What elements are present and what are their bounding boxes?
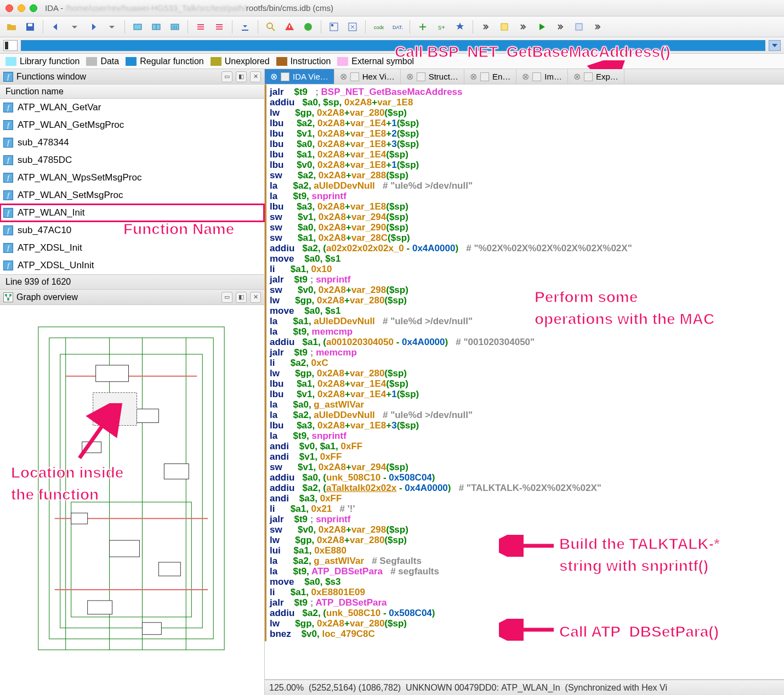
graph-panel-header[interactable]: Graph overview ▭ ◧ ✕ [0, 290, 264, 305]
code-line[interactable]: andi $v0, $a1, 0xFF [270, 441, 784, 451]
tab-close-icon[interactable]: ⊗ [470, 71, 477, 82]
code-line[interactable]: jalr $t9 ; snprintf [270, 274, 784, 285]
tab-close-icon[interactable]: ⊗ [522, 71, 529, 82]
editor-tab[interactable]: ⊗Hex Vi… [334, 69, 401, 84]
code-line[interactable]: sw $v0, 0x2A8+var_298($sp) [270, 524, 784, 535]
code-line[interactable]: la $t9, snprintf [270, 431, 784, 441]
warning-icon[interactable] [282, 20, 297, 34]
run-icon[interactable] [301, 20, 315, 34]
code-line[interactable]: lw $gp, 0x2A8+var_280($sp) [270, 618, 784, 629]
function-row[interactable]: fATP_WLAN_WpsSetMsgProc [0, 169, 264, 187]
function-row[interactable]: fsub_478344 [0, 134, 264, 151]
tab-close-icon[interactable]: ⊗ [573, 71, 581, 82]
layout-icon-2[interactable] [345, 20, 360, 34]
functions-list[interactable]: fATP_WLAN_GetVarfATP_WLAN_GetMsgProcfsub… [0, 99, 264, 274]
graph-panel-close-icon[interactable]: ✕ [250, 292, 261, 303]
code-line[interactable]: addiu $a1, (a001020304050 - 0x4A0000) # … [270, 337, 784, 347]
toolbar-btn-d[interactable] [194, 20, 208, 34]
nav-fwd-menu-button[interactable] [105, 20, 119, 34]
code-line[interactable]: lbu $a3, 0x2A8+var_1E8($sp) [270, 201, 784, 212]
code-line[interactable]: la $a1, aUleDDevNull # "ule%d >/dev/null… [270, 316, 784, 326]
nav-strip[interactable] [21, 40, 765, 51]
code-line[interactable]: lw $gp, 0x2A8+var_280($sp) [270, 295, 784, 306]
code-line[interactable]: la $a0, g_astWlVar [270, 399, 784, 410]
code-line[interactable]: bnez $v0, loc_479C8C [270, 629, 784, 639]
code-line[interactable]: la $t9, memcmp [270, 326, 784, 337]
code-line[interactable]: li $a1, 0x10 [270, 264, 784, 274]
code-line[interactable]: sw $v1, 0x2A8+var_294($sp) [270, 462, 784, 472]
layout-icon-1[interactable] [327, 20, 341, 34]
editor-tabs[interactable]: ⊗IDA Vie…⊗Hex Vi…⊗Struct…⊗En…⊗Im…⊗Exp… [265, 69, 784, 84]
note-icon[interactable] [497, 20, 512, 34]
tab-close-icon[interactable]: ⊗ [340, 71, 347, 82]
code-line[interactable]: sw $v0, 0x2A8+var_298($sp) [270, 285, 784, 295]
function-row[interactable]: fATP_WLAN_SetMsgProc [0, 187, 264, 204]
code-line[interactable]: la $a2, g_astWlVar # Segfaults [270, 556, 784, 566]
function-row[interactable]: fATP_XDSL_Init [0, 239, 264, 257]
code-line[interactable]: sw $a1, 0x2A8+var_28C($sp) [270, 233, 784, 243]
panel-popout-icon[interactable]: ▭ [221, 71, 232, 82]
code-line[interactable]: lui $a1, 0xE880 [270, 545, 784, 556]
code-line[interactable]: jalr $t9 ; snprintf [270, 514, 784, 524]
code-line[interactable]: la $t9, snprintf [270, 191, 784, 201]
star-icon[interactable] [453, 20, 467, 34]
function-row[interactable]: fsub_47AC10 [0, 222, 264, 239]
disassembly-view[interactable]: jalr $t9 ; BSP_NET_GetBaseMacAddressaddi… [265, 84, 784, 680]
code-line[interactable]: lbu $a2, 0x2A8+var_1E4+1($sp) [270, 118, 784, 128]
code-line[interactable]: lbu $v1, 0x2A8+var_1E4+1($sp) [270, 389, 784, 399]
code-line[interactable]: sw $a0, 0x2A8+var_290($sp) [270, 222, 784, 233]
panel-menu-icon[interactable]: ◧ [236, 71, 247, 82]
code-line[interactable]: la $a2, aUleDDevNull # "ule%d >/dev/null… [270, 410, 784, 420]
code-line[interactable]: li $a1, 0xE8801E09 [270, 587, 784, 597]
settings-icon[interactable] [572, 20, 586, 34]
function-row[interactable]: fATP_WLAN_Init [0, 204, 264, 222]
code-icon[interactable]: code [371, 20, 385, 34]
code-line[interactable]: lbu $v1, 0x2A8+var_1E8+2($sp) [270, 128, 784, 139]
functions-column-header[interactable]: Function name [0, 84, 264, 99]
code-line[interactable]: sw $a2, 0x2A8+var_288($sp) [270, 170, 784, 180]
graph-panel-menu-icon[interactable]: ◧ [236, 292, 247, 303]
play-icon[interactable] [535, 20, 549, 34]
function-row[interactable]: fATP_WLAN_GetMsgProc [0, 116, 264, 134]
code-line[interactable]: la $a2, aUleDDevNull # "ule%d >/dev/null… [270, 180, 784, 191]
code-line[interactable]: lbu $a0, 0x2A8+var_1E8+3($sp) [270, 139, 784, 149]
toolbar-btn-a[interactable] [130, 20, 145, 34]
code-line[interactable]: lbu $v0, 0x2A8+var_1E8+1($sp) [270, 160, 784, 170]
code-line[interactable]: lbu $a1, 0x2A8+var_1E4($sp) [270, 149, 784, 160]
function-row[interactable]: fATP_XDSL_UnInit [0, 257, 264, 274]
nav-back-menu-button[interactable] [67, 20, 82, 34]
window-controls[interactable] [5, 4, 37, 12]
editor-tab[interactable]: ⊗Exp… [568, 69, 624, 84]
code-line[interactable]: la $t9, ATP_DBSetPara # segfaults [270, 566, 784, 577]
toolbar-btn-c[interactable]: 01 [168, 20, 182, 34]
save-button[interactable] [23, 20, 37, 34]
plus-icon-1[interactable] [416, 20, 430, 34]
code-line[interactable]: li $a1, 0x21 # '!' [270, 504, 784, 514]
plus-icon-2[interactable]: s+ [434, 20, 448, 34]
nav-back-button[interactable] [49, 20, 63, 34]
code-line[interactable]: lw $gp, 0x2A8+var_280($sp) [270, 368, 784, 378]
minimize-window-icon[interactable] [18, 4, 25, 12]
code-line[interactable]: sw $v1, 0x2A8+var_294($sp) [270, 212, 784, 222]
search-icon[interactable] [264, 20, 278, 34]
function-row[interactable]: fsub_4785DC [0, 151, 264, 169]
code-line[interactable]: li $a2, 0xC [270, 358, 784, 368]
code-line[interactable]: addiu $a2, (a02x02x02x02x_0 - 0x4A0000) … [270, 243, 784, 253]
maximize-window-icon[interactable] [30, 4, 37, 12]
graph-panel-popout-icon[interactable]: ▭ [221, 292, 232, 303]
code-line[interactable]: move $a0, $s1 [270, 306, 784, 316]
panel-close-icon[interactable]: ✕ [250, 71, 261, 82]
code-line[interactable]: jalr $t9 ; BSP_NET_GetBaseMacAddress [270, 87, 784, 97]
editor-tab[interactable]: ⊗Im… [516, 69, 568, 84]
code-line[interactable]: addiu $a0, $sp, 0x2A8+var_1E8 [270, 97, 784, 108]
overflow-1-button[interactable] [479, 20, 493, 34]
code-line[interactable]: move $a0, $s3 [270, 577, 784, 587]
code-line[interactable]: jalr $t9 ; memcmp [270, 347, 784, 358]
code-line[interactable]: jalr $t9 ; ATP_DBSetPara [270, 597, 784, 608]
editor-tab[interactable]: ⊗IDA Vie… [265, 69, 334, 84]
toolbar-btn-b[interactable] [149, 20, 163, 34]
close-window-icon[interactable] [5, 4, 13, 12]
data-icon[interactable]: DATA [390, 20, 404, 34]
download-icon[interactable] [238, 20, 252, 34]
tab-close-icon[interactable]: ⊗ [406, 71, 413, 82]
